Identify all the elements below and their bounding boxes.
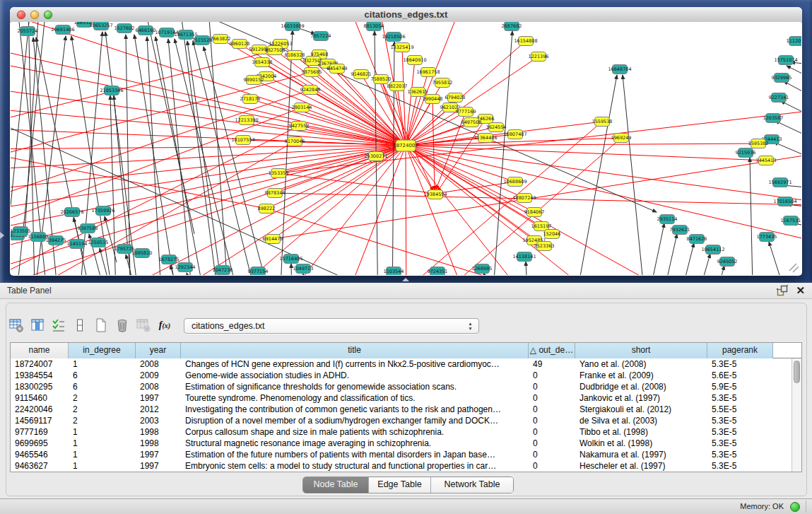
citation-edge-red[interactable] [406, 146, 552, 234]
table-cell-name[interactable]: 9463627 [11, 460, 69, 472]
table-row[interactable]: 1830029562008Estimation of significance … [11, 381, 801, 392]
delete-column-button[interactable] [112, 315, 133, 335]
table-cell-out_de[interactable]: 0 [529, 370, 575, 381]
table-scrollbar-thumb[interactable] [794, 361, 800, 383]
table-row[interactable]: 1456911722003Disruption of a novel membe… [11, 415, 801, 426]
table-cell-in_degree[interactable]: 6 [69, 381, 136, 392]
citation-edge-black[interactable] [769, 242, 784, 275]
panel-splitter-handle[interactable] [402, 278, 409, 281]
function-builder-button[interactable]: f(x) [154, 315, 175, 335]
citation-edge-black[interactable] [623, 75, 647, 275]
table-cell-year[interactable]: 2008 [136, 381, 181, 392]
citation-edge-black[interactable] [717, 266, 724, 275]
citation-edge-black[interactable] [682, 243, 694, 275]
column-header-year[interactable]: year [136, 343, 181, 358]
citation-edge-red[interactable] [406, 146, 477, 275]
table-cell-in_degree[interactable]: 1 [69, 426, 136, 438]
table-cell-out_de[interactable]: 0 [529, 426, 575, 438]
table-cell-year[interactable]: 1997 [136, 449, 181, 460]
close-icon[interactable]: ✕ [796, 284, 805, 297]
table-cell-name[interactable]: 9777169 [11, 426, 69, 438]
table-cell-pagerank[interactable]: 5.3E-5 [707, 392, 773, 404]
citation-edge-black[interactable] [650, 223, 664, 275]
citation-edge-black[interactable] [774, 142, 801, 163]
show-columns-button[interactable] [27, 315, 48, 335]
table-cell-out_de[interactable]: 0 [529, 392, 575, 404]
table-cell-year[interactable]: 2008 [136, 358, 181, 370]
table-cell-pagerank[interactable]: 5.5E-5 [707, 404, 773, 415]
table-cell-pagerank[interactable]: 5.3E-5 [707, 449, 773, 460]
citation-edge-black[interactable] [134, 35, 180, 275]
citation-edge-red[interactable] [11, 146, 406, 192]
table-cell-pagerank[interactable]: 5.3E-5 [707, 415, 773, 426]
table-cell-year[interactable]: 2012 [136, 404, 181, 415]
table-cell-title[interactable]: Tourette syndrome. Phenomenology and cla… [181, 392, 529, 404]
table-cell-title[interactable]: Corpus callosum shape and size in male p… [181, 426, 529, 438]
citation-edge-red[interactable] [11, 43, 406, 146]
citation-edge-black[interactable] [126, 35, 131, 275]
citation-edge-black[interactable] [11, 22, 30, 206]
column-header-out_de[interactable]: △ out_de… [529, 343, 575, 358]
memory-ok-indicator[interactable] [790, 502, 800, 512]
column-header-in_degree[interactable]: in_degree [69, 343, 136, 358]
citation-edge-black[interactable] [526, 262, 527, 275]
table-cell-pagerank[interactable]: 5.3E-5 [707, 426, 773, 438]
citation-edge-black[interactable] [664, 234, 677, 275]
tab-edge-table[interactable]: Edge Table [368, 477, 430, 493]
table-cell-short[interactable]: Wolkin et al. (1998) [575, 438, 707, 449]
citation-edge-black[interactable] [187, 273, 198, 275]
table-cell-short[interactable]: Stergiakouli et al. (2012) [575, 404, 707, 415]
citation-edge-black[interactable] [147, 37, 163, 275]
table-cell-title[interactable]: Structural magnetic resonance image aver… [181, 438, 529, 449]
table-cell-name[interactable]: 22420046 [11, 404, 69, 415]
citation-edge-red[interactable] [11, 146, 406, 255]
citation-network-view[interactable]: 2055724206914061065325106532571527602646… [11, 22, 801, 275]
table-cell-out_de[interactable]: 0 [529, 460, 575, 472]
table-cell-out_de[interactable]: 0 [529, 404, 575, 415]
table-row[interactable]: 1872400712008Changes of HCN gene express… [11, 358, 801, 370]
table-row[interactable]: 1938455462009Genome-wide association stu… [11, 370, 801, 381]
table-cell-name[interactable]: 18724007 [11, 358, 69, 370]
citation-edge-red[interactable] [273, 146, 406, 239]
table-cell-out_de[interactable]: 0 [529, 381, 575, 392]
table-cell-year[interactable]: 1997 [136, 392, 181, 404]
citation-edge-red[interactable] [11, 146, 406, 213]
column-header-short[interactable]: short [575, 343, 707, 358]
table-cell-year[interactable]: 1997 [136, 460, 181, 472]
table-cell-in_degree[interactable]: 1 [69, 438, 136, 449]
table-cell-name[interactable]: 9699695 [11, 438, 69, 449]
row-height-button[interactable] [69, 315, 90, 335]
table-row[interactable]: 977716911998Corpus callosum shape and si… [11, 426, 801, 438]
citation-edge-red[interactable] [302, 107, 406, 146]
table-cell-name[interactable]: 18300295 [11, 381, 69, 392]
table-cell-name[interactable]: 19384554 [11, 370, 69, 381]
column-header-title[interactable]: title [181, 343, 529, 358]
table-cell-short[interactable]: Yano et al. (2008) [575, 358, 707, 370]
table-cell-out_de[interactable]: 0 [529, 449, 575, 460]
table-cell-in_degree[interactable]: 2 [69, 392, 136, 404]
table-cell-title[interactable]: Genome-wide association studies in ADHD. [181, 370, 529, 381]
table-cell-year[interactable]: 2003 [136, 415, 181, 426]
table-cell-out_de[interactable]: 0 [529, 415, 575, 426]
table-row[interactable]: 969969511998Structural magnetic resonanc… [11, 438, 801, 449]
citation-edge-black[interactable] [700, 254, 710, 275]
network-canvas[interactable]: 2055724206914061065325106532571527602646… [11, 22, 801, 275]
table-cell-title[interactable]: Estimation of the future numbers of pati… [181, 449, 529, 460]
table-cell-pagerank[interactable]: 5.6E-5 [707, 370, 773, 381]
citation-edge-red[interactable] [406, 146, 801, 248]
table-row[interactable]: 946362711997Embryonic stem cells: a mode… [11, 460, 801, 472]
table-cell-in_degree[interactable]: 1 [69, 449, 136, 460]
table-cell-in_degree[interactable]: 6 [69, 370, 136, 381]
table-cell-short[interactable]: Jankovic et al. (1997) [575, 392, 707, 404]
resize-grip-icon[interactable] [789, 264, 799, 272]
table-cell-title[interactable]: Embryonic stem cells: a model to study s… [181, 460, 529, 472]
table-row[interactable]: 2242004622012Investigating the contribut… [11, 404, 801, 415]
citation-edge-red[interactable] [406, 146, 406, 275]
table-cell-name[interactable]: 14569117 [11, 415, 69, 426]
citation-edge-black[interactable] [781, 101, 801, 122]
citation-edge-black[interactable] [750, 158, 753, 275]
column-header-pagerank[interactable]: pagerank [707, 343, 773, 358]
table-cell-title[interactable]: Disruption of a novel member of a sodium… [181, 415, 529, 426]
citation-edge-red[interactable] [275, 193, 801, 206]
citation-edge-red[interactable] [437, 119, 486, 192]
